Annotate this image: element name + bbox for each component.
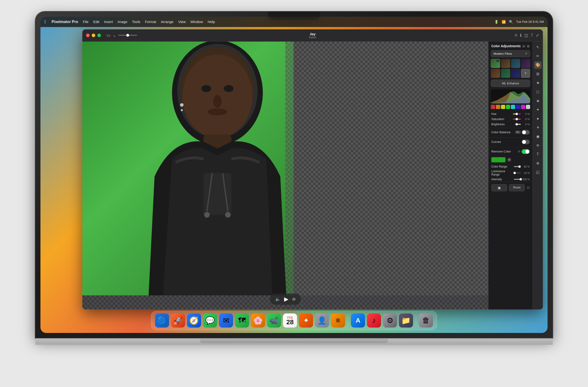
search-icon[interactable]: 🔍 [509,20,513,24]
select-tool[interactable]: ↖ [534,43,542,51]
reset-button[interactable]: Reset [509,184,525,191]
fullscreen-button[interactable] [97,34,101,37]
repair-tool[interactable]: ✦ [534,106,542,114]
preset-thumb-4[interactable] [521,59,530,68]
paint-tool[interactable]: ✏ [534,52,542,60]
expand-icon[interactable]: ⤢ [536,33,539,38]
color-balance-toggle[interactable] [522,130,530,135]
channel-yellow[interactable] [501,105,505,109]
dock-facetime[interactable]: 📹 [267,313,281,328]
share-icon[interactable]: ⎋ [515,33,517,38]
menu-image[interactable]: Image [118,20,127,24]
dock-messages[interactable]: 💬 [203,313,217,328]
dock-system-prefs[interactable]: ⚙ [383,313,397,328]
menu-window[interactable]: Window [190,20,203,24]
preset-thumb-1[interactable] [491,59,500,68]
channel-green[interactable] [506,105,510,109]
menu-insert[interactable]: Insert [104,20,113,24]
dock-mail[interactable]: ✉ [219,313,233,328]
text-tool[interactable]: ★ [534,79,542,87]
dock-photos[interactable]: 🌸 [251,313,265,328]
shape-tool[interactable]: ◱ [534,169,542,176]
chevron-down-icon[interactable]: ⌄ [113,33,116,38]
menu-tools[interactable]: Tools [132,20,140,24]
selected-color-swatch[interactable] [491,157,505,162]
blur-tool[interactable]: ● [534,115,542,122]
system-prefs-icon: ⚙ [387,316,394,325]
color-picker-button[interactable]: ⊙ [507,158,511,162]
saturation-row: Saturation 0 % [488,116,532,122]
dock-maps[interactable]: 🗺 [235,313,249,328]
preset-dropdown[interactable]: Modern Films ▼ [491,50,530,57]
add-preset-button[interactable]: + [521,69,530,78]
crop-tool[interactable]: ⊞ [534,70,542,78]
liquify-tool[interactable]: ≋ [534,142,542,149]
curves-toggle[interactable] [522,140,530,144]
preset-thumb-5[interactable] [491,69,500,78]
luminance-range-slider[interactable] [514,173,521,174]
dock-calendar[interactable]: FEB 28 [283,313,297,328]
channel-white[interactable] [526,105,530,109]
menu-edit[interactable]: Edit [93,20,99,24]
close-button[interactable] [86,34,90,37]
menu-format[interactable]: Format [145,20,156,24]
sidebar-toggle-icon[interactable]: ▭ [106,33,110,38]
menu-help[interactable]: Help [208,20,215,24]
preset-thumb-2[interactable] [501,59,510,68]
zoom-slider[interactable] [118,35,137,36]
panel-plus-icon[interactable]: ⊕ [527,44,530,48]
layers-icon[interactable]: ◫ [524,33,528,38]
minimize-button[interactable] [92,34,95,37]
menu-arrange[interactable]: Arrange [161,20,173,24]
brightness-slider[interactable] [513,124,521,125]
layers-view-button[interactable]: ▣ [491,184,507,191]
menu-bar-right: 🔋 📶 🔍 Tue Feb 28 9:41 AM [494,20,544,24]
erase-tool[interactable]: ◻ [534,88,542,96]
dock-finder[interactable]: 🔵 [155,313,169,328]
remove-color-toggle[interactable] [522,149,530,154]
sharpen-tool[interactable]: ☀ [534,124,542,131]
dock-pixelmator[interactable]: ✦ [299,313,313,328]
dock-trash[interactable]: 🗑 [419,313,433,328]
app-name-menu[interactable]: Pixelmator Pro [51,20,78,24]
dock-appstore[interactable]: A [351,313,365,328]
color-adjust-tool[interactable]: 🎨 [534,61,542,69]
dock-reminders[interactable]: ≡ [331,313,345,328]
info-icon[interactable]: ℹ [520,33,522,38]
export-icon[interactable]: ⤴ [531,33,533,38]
more-options-button[interactable]: ⊖ [292,296,296,302]
canvas-area[interactable]: 🔈 ▶ ⊖ [82,42,488,310]
volume-button[interactable]: 🔈 [275,296,280,302]
hue-slider[interactable] [513,114,521,115]
saturation-slider[interactable] [513,119,521,120]
channel-blue[interactable] [516,105,520,109]
channel-red[interactable] [491,105,495,109]
clone-tool[interactable]: ◈ [534,97,542,105]
apple-logo[interactable]:  [44,19,46,24]
intensity-row: Intensity 100 % [488,177,532,182]
menu-file[interactable]: File [83,20,88,24]
dock-music[interactable]: ♪ [367,313,381,328]
dock-safari[interactable]: 🧭 [187,313,201,328]
panel-minus-bottom-icon[interactable]: ⊖ [527,184,530,191]
reset-color-icon[interactable]: ↺ [518,150,520,153]
preset-thumb-3[interactable] [511,59,520,68]
intensity-slider[interactable] [514,179,521,180]
type-tool[interactable]: T [534,151,542,158]
channel-purple[interactable] [521,105,525,109]
preset-thumb-6[interactable] [501,69,510,78]
play-button[interactable]: ▶ [284,296,288,302]
dock-contacts[interactable]: 👤 [315,313,329,328]
folder-icon: 📁 [401,316,411,325]
channel-cyan[interactable] [511,105,515,109]
channel-orange[interactable] [496,105,500,109]
dock-launchpad[interactable]: 🚀 [171,313,185,328]
preset-thumb-7[interactable] [511,69,520,78]
menu-view[interactable]: View [178,20,186,24]
panel-minus-icon[interactable]: ⊖ [522,44,525,48]
color-range-slider[interactable] [514,166,521,167]
ml-enhance-button[interactable]: ML Enhance [491,80,530,87]
color-tool[interactable]: ◉ [534,133,542,140]
zoom-tool[interactable]: ⊕ [534,159,542,167]
dock-folder[interactable]: 📁 [399,313,413,328]
